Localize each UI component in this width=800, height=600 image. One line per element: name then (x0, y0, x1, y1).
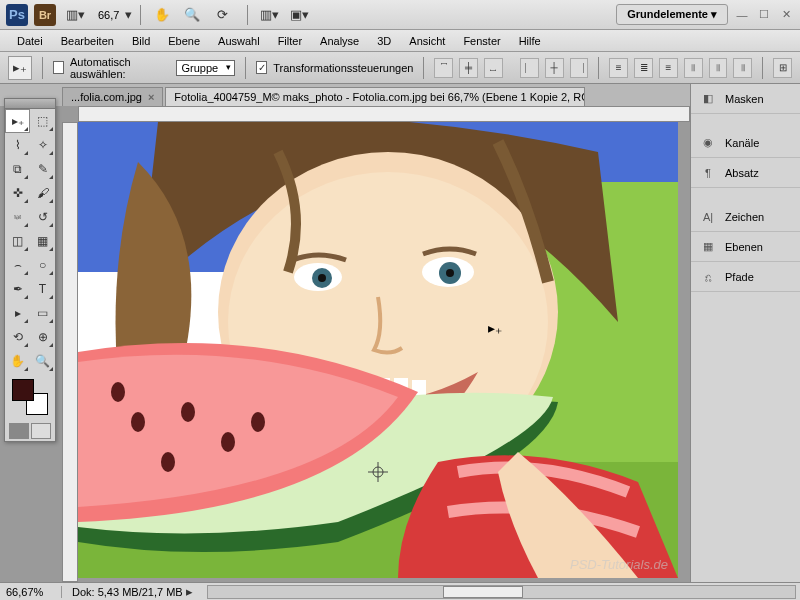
rectangle-tool[interactable]: ▭ (30, 301, 55, 325)
pen-tool[interactable]: ✒ (5, 277, 30, 301)
distribute-horizontal-icon[interactable]: ⦀ (709, 58, 728, 78)
menu-ansicht[interactable]: Ansicht (400, 32, 454, 50)
align-top-edges-icon[interactable]: ⎴ (434, 58, 453, 78)
distribute-bottom-icon[interactable]: ≡ (659, 58, 678, 78)
rotate-view-shortcut-icon[interactable]: ⟳ (209, 4, 235, 26)
status-zoom-field[interactable]: 66,67% (0, 586, 62, 598)
svg-point-18 (161, 452, 175, 472)
blur-tool[interactable]: ⌢ (5, 253, 30, 277)
eraser-tool[interactable]: ◫ (5, 229, 30, 253)
divider (762, 57, 763, 79)
menu-datei[interactable]: Datei (8, 32, 52, 50)
svg-point-15 (131, 412, 145, 432)
menu-bearbeiten[interactable]: Bearbeiten (52, 32, 123, 50)
move-tool[interactable]: ▸₊ (5, 109, 30, 133)
align-vertical-centers-icon[interactable]: ╪ (459, 58, 478, 78)
panel-absatz[interactable]: ¶Absatz (691, 158, 800, 188)
document-tab-inactive[interactable]: ...folia.com.jpg × (62, 87, 163, 106)
arrange-documents-icon[interactable]: ▥▾ (256, 4, 282, 26)
hand-tool[interactable]: ✋ (5, 349, 30, 373)
panel-zeichen[interactable]: A|Zeichen (691, 202, 800, 232)
3d-rotate-tool[interactable]: ⟲ (5, 325, 30, 349)
photoshop-app-icon[interactable]: Ps (6, 4, 28, 26)
vertical-ruler[interactable] (62, 122, 78, 582)
workspace-switcher-button[interactable]: Grundelemente ▾ (616, 4, 728, 25)
auto-select-target-dropdown[interactable]: Gruppe (176, 60, 235, 76)
panel-label: Ebenen (725, 241, 763, 253)
crop-tool[interactable]: ⧉ (5, 157, 30, 181)
divider (42, 57, 43, 79)
bridge-app-icon[interactable]: Br (34, 4, 56, 26)
panel-icon: ¶ (699, 165, 717, 181)
menu-3d[interactable]: 3D (368, 32, 400, 50)
path-selection-tool[interactable]: ▸ (5, 301, 30, 325)
tab-label: Fotolia_4004759_M© maks_photo - Fotolia.… (174, 91, 585, 103)
eyedropper-tool[interactable]: ✎ (30, 157, 55, 181)
foreground-color-swatch[interactable] (12, 379, 34, 401)
quick-mask-mode-button[interactable] (31, 423, 51, 439)
layout-dropdown-icon[interactable]: ▥▾ (62, 4, 88, 26)
type-tool[interactable]: T (30, 277, 55, 301)
status-doc-info[interactable]: Dok: 5,43 MB/21,7 MB ▸ (62, 584, 203, 599)
tools-panel-grip[interactable] (5, 99, 55, 109)
panel-masken[interactable]: ◧Masken (691, 84, 800, 114)
menu-analyse[interactable]: Analyse (311, 32, 368, 50)
svg-point-10 (446, 269, 454, 277)
align-right-edges-icon[interactable]: ⎹ (570, 58, 589, 78)
spot-healing-tool[interactable]: ✜ (5, 181, 30, 205)
standard-mode-button[interactable] (9, 423, 29, 439)
doc-info-dropdown-icon[interactable]: ▸ (186, 584, 193, 599)
auto-select-checkbox[interactable] (53, 61, 64, 74)
titlebar-zoom-readout[interactable]: 66,7 (92, 9, 125, 21)
tab-close-icon[interactable]: × (148, 91, 154, 103)
distribute-vertical-icon[interactable]: ≣ (634, 58, 653, 78)
panel-pfade[interactable]: ⎌Pfade (691, 262, 800, 292)
minimize-icon[interactable]: — (734, 7, 750, 23)
menu-hilfe[interactable]: Hilfe (510, 32, 550, 50)
dodge-tool[interactable]: ○ (30, 253, 55, 277)
brush-tool[interactable]: 🖌 (30, 181, 55, 205)
panel-kanäle[interactable]: ◉Kanäle (691, 128, 800, 158)
scrollbar-thumb[interactable] (443, 586, 523, 598)
magic-wand-tool[interactable]: ✧ (30, 133, 55, 157)
distribute-top-icon[interactable]: ≡ (609, 58, 628, 78)
menu-fenster[interactable]: Fenster (454, 32, 509, 50)
lasso-tool[interactable]: ⌇ (5, 133, 30, 157)
distribute-left-icon[interactable]: ⦀ (684, 58, 703, 78)
horizontal-scrollbar[interactable] (207, 585, 796, 599)
current-tool-indicator[interactable]: ▸₊ (8, 56, 32, 80)
maximize-icon[interactable]: ☐ (756, 7, 772, 23)
svg-point-19 (251, 412, 265, 432)
hand-tool-shortcut-icon[interactable]: ✋ (149, 4, 175, 26)
menu-filter[interactable]: Filter (269, 32, 311, 50)
document-tabs: ...folia.com.jpg × Fotolia_4004759_M© ma… (0, 84, 690, 106)
align-left-edges-icon[interactable]: ⎸ (520, 58, 539, 78)
panel-icon: A| (699, 209, 717, 225)
history-brush-tool[interactable]: ↺ (30, 205, 55, 229)
menu-auswahl[interactable]: Auswahl (209, 32, 269, 50)
watermark-text: PSD-Tutorials.de (570, 557, 668, 572)
transform-controls-checkbox[interactable]: ✓ (256, 61, 267, 74)
screen-mode-icon[interactable]: ▣▾ (286, 4, 312, 26)
zoom-tool-shortcut-icon[interactable]: 🔍 (179, 4, 205, 26)
distribute-right-icon[interactable]: ⦀ (733, 58, 752, 78)
align-bottom-edges-icon[interactable]: ⎵ (484, 58, 503, 78)
zoom-tool[interactable]: 🔍 (30, 349, 55, 373)
canvas-viewport[interactable]: PSD-Tutorials.de ▸₊ (78, 122, 690, 582)
panel-ebenen[interactable]: ▦Ebenen (691, 232, 800, 262)
collapsed-panels-dock: ◧Masken◉Kanäle¶AbsatzA|Zeichen▦Ebenen⎌Pf… (690, 84, 800, 582)
align-horizontal-centers-icon[interactable]: ┼ (545, 58, 564, 78)
clone-stamp-tool[interactable]: ⎃ (5, 205, 30, 229)
rectangular-marquee-tool[interactable]: ⬚ (30, 109, 55, 133)
zoom-dropdown-icon[interactable]: ▾ (125, 7, 132, 22)
menu-ebene[interactable]: Ebene (159, 32, 209, 50)
3d-orbit-tool[interactable]: ⊕ (30, 325, 55, 349)
gradient-tool[interactable]: ▦ (30, 229, 55, 253)
auto-align-layers-icon[interactable]: ⊞ (773, 58, 792, 78)
document-tab-active[interactable]: Fotolia_4004759_M© maks_photo - Fotolia.… (165, 87, 585, 106)
horizontal-ruler[interactable] (78, 106, 690, 122)
menu-bild[interactable]: Bild (123, 32, 159, 50)
divider (423, 57, 424, 79)
document-canvas[interactable]: PSD-Tutorials.de (78, 122, 678, 578)
close-icon[interactable]: ✕ (778, 7, 794, 23)
